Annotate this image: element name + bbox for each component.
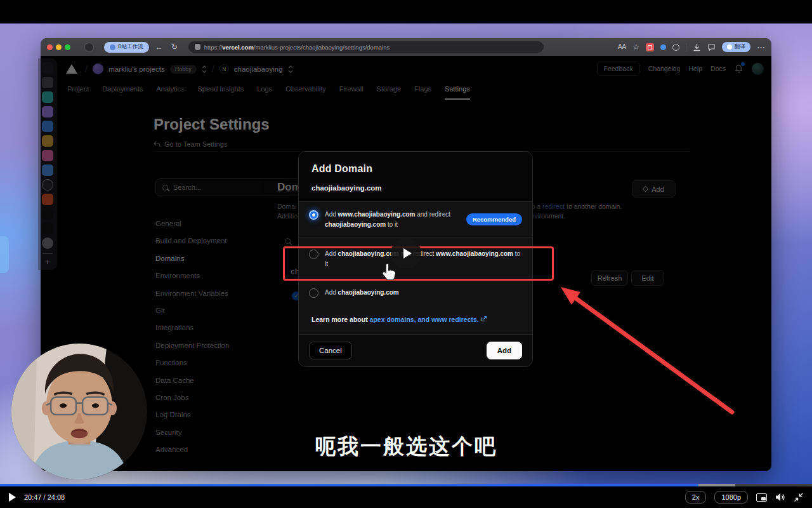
- translate-icon: [727, 44, 732, 50]
- window-controls: [47, 44, 70, 50]
- extension-blue-dot-icon[interactable]: [660, 44, 666, 50]
- zoom-button[interactable]: [65, 44, 70, 50]
- chat-icon[interactable]: [707, 43, 716, 51]
- exit-fullscreen-icon[interactable]: [794, 493, 803, 502]
- modal-title: Add Domain: [311, 163, 520, 175]
- minimize-button[interactable]: [56, 44, 62, 50]
- radio-selected-icon[interactable]: [309, 210, 318, 220]
- playback-speed-button[interactable]: 2x: [685, 491, 707, 504]
- toolbar-divider: [686, 43, 686, 51]
- text-size-icon[interactable]: AA: [618, 44, 626, 50]
- translate-pill[interactable]: 翻译: [722, 42, 750, 52]
- extension-ring-icon[interactable]: [672, 44, 679, 51]
- radio-icon[interactable]: [309, 288, 318, 298]
- progress-buffered: [698, 484, 735, 486]
- browser-profile-icon[interactable]: [84, 43, 94, 52]
- option-www-redirect-apex[interactable]: Add www.chaojiabaoying.com and redirect …: [299, 202, 532, 237]
- play-icon: [403, 248, 412, 258]
- modal-header: Add Domain chaojiabaoying.com: [299, 152, 532, 201]
- progress-bar[interactable]: [0, 484, 812, 486]
- video-frame: B站工作流 ← ↻ https://vercel.com/marklius-pr…: [0, 0, 812, 508]
- progress-fill: [0, 484, 698, 486]
- player-right-controls: 2x 1080p: [685, 491, 803, 504]
- option-3-label: Add chaojiabaoying.com: [325, 288, 399, 298]
- video-play-overlay-button[interactable]: [391, 238, 421, 269]
- option-apex-only[interactable]: Add chaojiabaoying.com: [299, 281, 532, 305]
- site-security-icon[interactable]: [195, 44, 200, 50]
- modal-domain: chaojiabaoying.com: [311, 184, 520, 192]
- tab-favicon: [110, 44, 115, 50]
- volume-icon[interactable]: [775, 493, 786, 502]
- cancel-button[interactable]: Cancel: [309, 342, 352, 359]
- time-display: 20:47 / 24:08: [24, 493, 65, 501]
- video-subtitle: 呃我一般选这个吧: [0, 432, 812, 461]
- desktop-edge-widget: [0, 236, 9, 273]
- modal-footer: Cancel Add: [299, 334, 532, 366]
- reload-icon[interactable]: ↻: [169, 43, 180, 51]
- hand-cursor-icon: [381, 264, 395, 280]
- external-link-icon: [481, 316, 487, 322]
- bookmark-star-icon[interactable]: ☆: [632, 43, 639, 51]
- close-button[interactable]: [47, 44, 53, 50]
- back-icon[interactable]: ←: [154, 43, 164, 51]
- translate-label: 翻译: [735, 43, 745, 51]
- toolbar-right-icons: AA ☆ 翻译 ⋯: [618, 42, 765, 52]
- learn-more-row: Learn more about apex domains, and www r…: [299, 305, 532, 334]
- video-player-bar: 20:47 / 24:08 2x 1080p: [0, 484, 812, 508]
- url-text: https://vercel.com/marklius-projects/cha…: [204, 44, 390, 51]
- download-icon[interactable]: [693, 43, 701, 51]
- extension-red-icon[interactable]: [646, 43, 654, 51]
- more-icon[interactable]: ⋯: [757, 43, 765, 51]
- address-bar[interactable]: https://vercel.com/marklius-projects/cha…: [188, 41, 544, 53]
- modal-add-button[interactable]: Add: [487, 342, 522, 359]
- recommended-badge: Recommended: [466, 213, 522, 225]
- picture-in-picture-icon[interactable]: [756, 493, 767, 502]
- player-play-button[interactable]: [9, 493, 16, 502]
- option-1-label: Add www.chaojiabaoying.com and redirect …: [325, 210, 460, 229]
- browser-tab[interactable]: B站工作流: [104, 42, 149, 53]
- apex-domains-link[interactable]: apex domains, and www redirects.: [370, 316, 479, 323]
- browser-toolbar: B站工作流 ← ↻ https://vercel.com/marklius-pr…: [41, 38, 771, 56]
- quality-button[interactable]: 1080p: [714, 491, 748, 504]
- tab-title: B站工作流: [118, 43, 143, 51]
